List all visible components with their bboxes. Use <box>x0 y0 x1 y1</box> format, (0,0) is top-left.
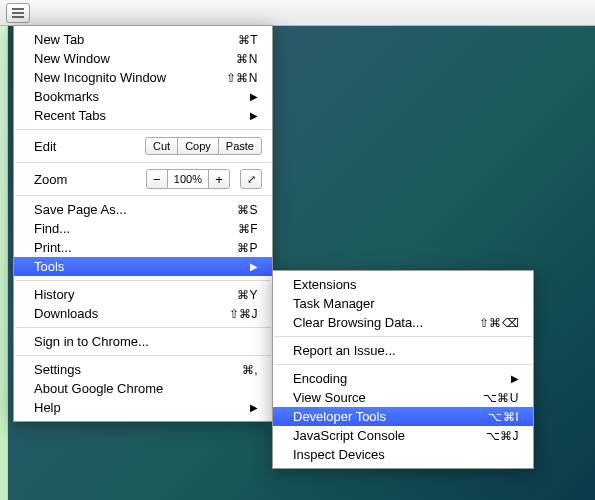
menu-new-tab[interactable]: New Tab ⌘T <box>14 30 272 49</box>
menu-separator <box>15 280 271 281</box>
menu-save-page[interactable]: Save Page As... ⌘S <box>14 200 272 219</box>
cut-button[interactable]: Cut <box>145 137 178 155</box>
menu-label: Clear Browsing Data... <box>293 315 479 330</box>
shortcut: ⌘F <box>238 222 258 236</box>
submenu-report-issue[interactable]: Report an Issue... <box>273 341 533 360</box>
submenu-arrow-icon: ▶ <box>250 261 258 272</box>
zoom-in-button[interactable]: + <box>208 169 230 189</box>
menu-label: Encoding <box>293 371 511 386</box>
paste-button[interactable]: Paste <box>218 137 262 155</box>
menu-recent-tabs[interactable]: Recent Tabs ▶ <box>14 106 272 125</box>
submenu-clear-browsing[interactable]: Clear Browsing Data... ⇧⌘⌫ <box>273 313 533 332</box>
submenu-inspect-devices[interactable]: Inspect Devices <box>273 445 533 464</box>
menu-label: Developer Tools <box>293 409 488 424</box>
menu-label: Tools <box>34 259 250 274</box>
submenu-arrow-icon: ▶ <box>250 110 258 121</box>
menu-label: Find... <box>34 221 238 236</box>
submenu-task-manager[interactable]: Task Manager <box>273 294 533 313</box>
menu-settings[interactable]: Settings ⌘, <box>14 360 272 379</box>
menu-separator <box>15 327 271 328</box>
shortcut: ⌘N <box>236 52 258 66</box>
menu-label: Bookmarks <box>34 89 250 104</box>
shortcut: ⇧⌘J <box>229 307 259 321</box>
shortcut: ⌥⌘I <box>488 410 519 424</box>
menu-label: View Source <box>293 390 483 405</box>
menu-new-incognito[interactable]: New Incognito Window ⇧⌘N <box>14 68 272 87</box>
menu-label: Edit <box>34 139 146 154</box>
submenu-view-source[interactable]: View Source ⌥⌘U <box>273 388 533 407</box>
menu-separator <box>15 355 271 356</box>
menu-separator <box>15 195 271 196</box>
menu-label: Report an Issue... <box>293 343 519 358</box>
menu-label: Downloads <box>34 306 229 321</box>
menu-label: Recent Tabs <box>34 108 250 123</box>
menu-label: History <box>34 287 237 302</box>
submenu-encoding[interactable]: Encoding ▶ <box>273 369 533 388</box>
menu-help[interactable]: Help ▶ <box>14 398 272 417</box>
shortcut: ⌘S <box>237 203 258 217</box>
menu-history[interactable]: History ⌘Y <box>14 285 272 304</box>
menu-signin[interactable]: Sign in to Chrome... <box>14 332 272 351</box>
zoom-value: 100% <box>168 169 208 189</box>
shortcut: ⇧⌘N <box>226 71 258 85</box>
menu-separator <box>274 364 532 365</box>
page-edge <box>0 26 8 500</box>
menu-label: Help <box>34 400 250 415</box>
menu-downloads[interactable]: Downloads ⇧⌘J <box>14 304 272 323</box>
menu-label: Print... <box>34 240 237 255</box>
fullscreen-button[interactable]: ⤢ <box>240 169 262 189</box>
hamburger-menu-button[interactable] <box>6 3 30 23</box>
submenu-arrow-icon: ▶ <box>250 402 258 413</box>
menu-zoom-row: Zoom − 100% + ⤢ <box>14 167 272 191</box>
menu-label: Save Page As... <box>34 202 237 217</box>
shortcut: ⌥⌘J <box>486 429 520 443</box>
menu-about[interactable]: About Google Chrome <box>14 379 272 398</box>
shortcut: ⌘, <box>242 363 258 377</box>
menu-new-window[interactable]: New Window ⌘N <box>14 49 272 68</box>
shortcut: ⇧⌘⌫ <box>479 316 520 330</box>
submenu-extensions[interactable]: Extensions <box>273 275 533 294</box>
menu-label: Sign in to Chrome... <box>34 334 258 349</box>
shortcut: ⌘P <box>237 241 258 255</box>
submenu-arrow-icon: ▶ <box>511 373 519 384</box>
fullscreen-icon: ⤢ <box>247 173 256 186</box>
menu-label: JavaScript Console <box>293 428 486 443</box>
shortcut: ⌘Y <box>237 288 258 302</box>
copy-button[interactable]: Copy <box>177 137 219 155</box>
shortcut: ⌥⌘U <box>483 391 519 405</box>
menu-bookmarks[interactable]: Bookmarks ▶ <box>14 87 272 106</box>
menu-label: About Google Chrome <box>34 381 258 396</box>
submenu-arrow-icon: ▶ <box>250 91 258 102</box>
zoom-out-button[interactable]: − <box>146 169 168 189</box>
menu-edit-row: Edit Cut Copy Paste <box>14 134 272 158</box>
submenu-js-console[interactable]: JavaScript Console ⌥⌘J <box>273 426 533 445</box>
menu-separator <box>15 162 271 163</box>
menu-label: Extensions <box>293 277 519 292</box>
menu-label: Inspect Devices <box>293 447 519 462</box>
menu-find[interactable]: Find... ⌘F <box>14 219 272 238</box>
menu-label: New Window <box>34 51 236 66</box>
menu-label: New Tab <box>34 32 238 47</box>
submenu-developer-tools[interactable]: Developer Tools ⌥⌘I <box>273 407 533 426</box>
shortcut: ⌘T <box>238 33 258 47</box>
menu-label: Zoom <box>34 172 146 187</box>
menu-separator <box>274 336 532 337</box>
menu-print[interactable]: Print... ⌘P <box>14 238 272 257</box>
browser-toolbar <box>0 0 595 26</box>
tools-submenu: Extensions Task Manager Clear Browsing D… <box>272 270 534 469</box>
menu-separator <box>15 129 271 130</box>
chrome-main-menu: New Tab ⌘T New Window ⌘N New Incognito W… <box>13 25 273 422</box>
menu-label: New Incognito Window <box>34 70 226 85</box>
menu-tools[interactable]: Tools ▶ <box>14 257 272 276</box>
menu-label: Settings <box>34 362 242 377</box>
menu-label: Task Manager <box>293 296 519 311</box>
